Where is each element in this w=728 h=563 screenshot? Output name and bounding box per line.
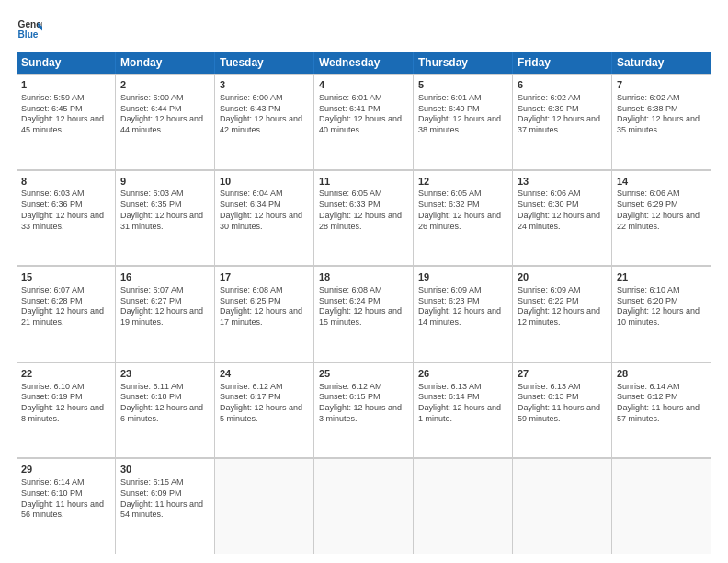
day-number: 29 (21, 463, 110, 477)
day-info: Sunrise: 6:08 AM Sunset: 6:25 PM Dayligh… (220, 285, 309, 328)
day-cell-27: 27Sunrise: 6:13 AM Sunset: 6:13 PM Dayli… (513, 362, 612, 458)
day-info: Sunrise: 6:08 AM Sunset: 6:24 PM Dayligh… (319, 285, 408, 328)
day-info: Sunrise: 6:00 AM Sunset: 6:44 PM Dayligh… (120, 93, 210, 136)
day-number: 19 (418, 270, 507, 284)
header-day-saturday: Saturday (612, 52, 711, 74)
day-cell-8: 8Sunrise: 6:03 AM Sunset: 6:36 PM Daylig… (17, 170, 116, 266)
day-info: Sunrise: 6:06 AM Sunset: 6:29 PM Dayligh… (617, 189, 707, 232)
header-day-sunday: Sunday (17, 52, 116, 74)
day-number: 15 (21, 270, 110, 284)
header-day-tuesday: Tuesday (215, 52, 314, 74)
calendar-row: 8Sunrise: 6:03 AM Sunset: 6:36 PM Daylig… (17, 170, 711, 267)
calendar: SundayMondayTuesdayWednesdayThursdayFrid… (17, 52, 711, 554)
day-cell-11: 11Sunrise: 6:05 AM Sunset: 6:33 PM Dayli… (314, 170, 414, 266)
day-info: Sunrise: 6:03 AM Sunset: 6:36 PM Dayligh… (21, 189, 110, 232)
day-number: 3 (220, 78, 309, 92)
day-info: Sunrise: 6:03 AM Sunset: 6:35 PM Dayligh… (120, 189, 210, 232)
day-cell-23: 23Sunrise: 6:11 AM Sunset: 6:18 PM Dayli… (116, 362, 215, 458)
day-number: 21 (617, 270, 707, 284)
day-cell-18: 18Sunrise: 6:08 AM Sunset: 6:24 PM Dayli… (314, 266, 414, 362)
day-info: Sunrise: 5:59 AM Sunset: 6:45 PM Dayligh… (21, 93, 110, 136)
logo: General Blue (17, 17, 50, 42)
day-number: 11 (319, 175, 408, 189)
day-number: 18 (319, 270, 408, 284)
day-number: 27 (518, 367, 607, 381)
day-number: 22 (21, 367, 110, 381)
day-cell-3: 3Sunrise: 6:00 AM Sunset: 6:43 PM Daylig… (215, 74, 314, 169)
day-info: Sunrise: 6:01 AM Sunset: 6:40 PM Dayligh… (418, 93, 507, 136)
day-cell-24: 24Sunrise: 6:12 AM Sunset: 6:17 PM Dayli… (215, 362, 314, 458)
header-day-wednesday: Wednesday (314, 52, 414, 74)
day-cell-12: 12Sunrise: 6:05 AM Sunset: 6:32 PM Dayli… (414, 170, 513, 266)
day-cell-21: 21Sunrise: 6:10 AM Sunset: 6:20 PM Dayli… (612, 266, 711, 362)
day-info: Sunrise: 6:05 AM Sunset: 6:32 PM Dayligh… (418, 189, 507, 232)
day-cell-26: 26Sunrise: 6:13 AM Sunset: 6:14 PM Dayli… (414, 362, 513, 458)
logo-icon: General Blue (17, 17, 42, 42)
header-day-monday: Monday (116, 52, 215, 74)
day-info: Sunrise: 6:09 AM Sunset: 6:22 PM Dayligh… (518, 285, 607, 328)
day-cell-13: 13Sunrise: 6:06 AM Sunset: 6:30 PM Dayli… (513, 170, 612, 266)
day-info: Sunrise: 6:02 AM Sunset: 6:38 PM Dayligh… (617, 93, 707, 136)
day-number: 12 (418, 175, 507, 189)
day-number: 9 (120, 175, 210, 189)
day-cell-28: 28Sunrise: 6:14 AM Sunset: 6:12 PM Dayli… (612, 362, 711, 458)
header-day-friday: Friday (513, 52, 612, 74)
day-cell-19: 19Sunrise: 6:09 AM Sunset: 6:23 PM Dayli… (414, 266, 513, 362)
day-info: Sunrise: 6:12 AM Sunset: 6:15 PM Dayligh… (319, 382, 408, 425)
day-cell-5: 5Sunrise: 6:01 AM Sunset: 6:40 PM Daylig… (414, 74, 513, 169)
day-info: Sunrise: 6:11 AM Sunset: 6:18 PM Dayligh… (120, 382, 210, 425)
day-number: 8 (21, 175, 110, 189)
day-info: Sunrise: 6:04 AM Sunset: 6:34 PM Dayligh… (220, 189, 309, 232)
calendar-row: 29Sunrise: 6:14 AM Sunset: 6:10 PM Dayli… (17, 458, 711, 554)
empty-cell (513, 458, 612, 554)
day-cell-20: 20Sunrise: 6:09 AM Sunset: 6:22 PM Dayli… (513, 266, 612, 362)
day-number: 26 (418, 367, 507, 381)
day-info: Sunrise: 6:00 AM Sunset: 6:43 PM Dayligh… (220, 93, 309, 136)
day-info: Sunrise: 6:06 AM Sunset: 6:30 PM Dayligh… (518, 189, 607, 232)
day-info: Sunrise: 6:02 AM Sunset: 6:39 PM Dayligh… (518, 93, 607, 136)
day-cell-7: 7Sunrise: 6:02 AM Sunset: 6:38 PM Daylig… (612, 74, 711, 169)
calendar-row: 15Sunrise: 6:07 AM Sunset: 6:28 PM Dayli… (17, 266, 711, 362)
day-info: Sunrise: 6:10 AM Sunset: 6:20 PM Dayligh… (617, 285, 707, 328)
empty-cell (414, 458, 513, 554)
day-number: 28 (617, 367, 707, 381)
day-number: 2 (120, 78, 210, 92)
calendar-header: SundayMondayTuesdayWednesdayThursdayFrid… (17, 52, 711, 74)
day-number: 16 (120, 270, 210, 284)
day-number: 14 (617, 175, 707, 189)
day-number: 10 (220, 175, 309, 189)
day-cell-14: 14Sunrise: 6:06 AM Sunset: 6:29 PM Dayli… (612, 170, 711, 266)
day-info: Sunrise: 6:07 AM Sunset: 6:27 PM Dayligh… (120, 285, 210, 328)
day-cell-25: 25Sunrise: 6:12 AM Sunset: 6:15 PM Dayli… (314, 362, 414, 458)
day-number: 6 (518, 78, 607, 92)
day-cell-15: 15Sunrise: 6:07 AM Sunset: 6:28 PM Dayli… (17, 266, 116, 362)
day-cell-22: 22Sunrise: 6:10 AM Sunset: 6:19 PM Dayli… (17, 362, 116, 458)
day-info: Sunrise: 6:09 AM Sunset: 6:23 PM Dayligh… (418, 285, 507, 328)
day-info: Sunrise: 6:10 AM Sunset: 6:19 PM Dayligh… (21, 382, 110, 425)
day-info: Sunrise: 6:01 AM Sunset: 6:41 PM Dayligh… (319, 93, 408, 136)
day-cell-1: 1Sunrise: 5:59 AM Sunset: 6:45 PM Daylig… (17, 74, 116, 169)
empty-cell (215, 458, 314, 554)
day-cell-10: 10Sunrise: 6:04 AM Sunset: 6:34 PM Dayli… (215, 170, 314, 266)
day-number: 20 (518, 270, 607, 284)
day-number: 25 (319, 367, 408, 381)
day-cell-17: 17Sunrise: 6:08 AM Sunset: 6:25 PM Dayli… (215, 266, 314, 362)
day-cell-6: 6Sunrise: 6:02 AM Sunset: 6:39 PM Daylig… (513, 74, 612, 169)
day-number: 30 (120, 463, 210, 477)
calendar-body: 1Sunrise: 5:59 AM Sunset: 6:45 PM Daylig… (17, 74, 711, 554)
day-info: Sunrise: 6:14 AM Sunset: 6:10 PM Dayligh… (21, 477, 110, 521)
day-cell-30: 30Sunrise: 6:15 AM Sunset: 6:09 PM Dayli… (116, 458, 215, 554)
day-number: 7 (617, 78, 707, 92)
day-info: Sunrise: 6:05 AM Sunset: 6:33 PM Dayligh… (319, 189, 408, 232)
day-number: 1 (21, 78, 110, 92)
day-info: Sunrise: 6:14 AM Sunset: 6:12 PM Dayligh… (617, 382, 707, 425)
day-number: 5 (418, 78, 507, 92)
header: General Blue (17, 17, 711, 42)
day-cell-16: 16Sunrise: 6:07 AM Sunset: 6:27 PM Dayli… (116, 266, 215, 362)
svg-text:Blue: Blue (18, 29, 39, 40)
header-day-thursday: Thursday (414, 52, 513, 74)
empty-cell (612, 458, 711, 554)
day-cell-9: 9Sunrise: 6:03 AM Sunset: 6:35 PM Daylig… (116, 170, 215, 266)
day-number: 4 (319, 78, 408, 92)
day-info: Sunrise: 6:13 AM Sunset: 6:13 PM Dayligh… (518, 382, 607, 425)
